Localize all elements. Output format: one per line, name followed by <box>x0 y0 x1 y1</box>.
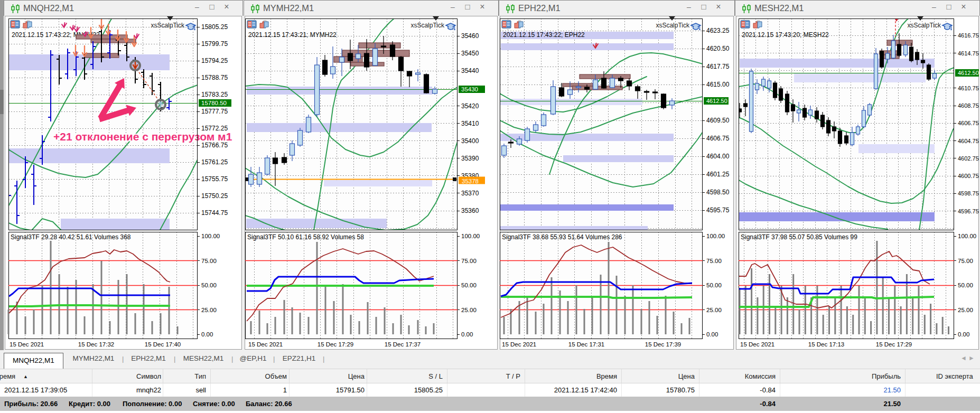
svg-text:35430: 35430 <box>461 86 478 92</box>
svg-text:4600.75: 4600.75 <box>958 173 979 179</box>
svg-text:35420: 35420 <box>461 102 479 110</box>
svg-text:35460: 35460 <box>461 32 479 40</box>
svg-text:4608.75: 4608.75 <box>958 102 979 109</box>
svg-text:15 Dec 2021: 15 Dec 2021 <box>740 341 774 348</box>
svg-text:4609.50: 4609.50 <box>706 117 730 124</box>
svg-text:15799.75: 15799.75 <box>201 40 228 48</box>
svg-text:4616.75: 4616.75 <box>958 32 979 39</box>
svg-text:50.00: 50.00 <box>461 282 477 288</box>
svg-text:15 Dec 2021: 15 Dec 2021 <box>10 341 44 348</box>
svg-text:xsScalpTick: xsScalpTick <box>151 22 185 29</box>
svg-text:35390: 35390 <box>461 155 479 162</box>
svg-text:4595.75: 4595.75 <box>706 207 730 214</box>
svg-text:15772.25: 15772.25 <box>201 125 228 132</box>
svg-text:Signal3TF 38.68 55.93 51.64 Vo: Signal3TF 38.68 55.93 51.64 Volumes 286 <box>502 233 622 241</box>
svg-text:+21 отклонение с перегрузом м1: +21 отклонение с перегрузом м1 <box>53 130 232 143</box>
svg-text:15 Dec 17:13: 15 Dec 17:13 <box>808 341 844 348</box>
svg-text:15 Dec 17:39: 15 Dec 17:39 <box>645 341 681 348</box>
svg-text:15 Dec 17:40: 15 Dec 17:40 <box>145 341 181 348</box>
svg-text:4596.75: 4596.75 <box>958 208 979 214</box>
svg-text:2021.12.15 17:43:22; EPH22: 2021.12.15 17:43:22; EPH22 <box>503 31 585 39</box>
svg-text:4612.50: 4612.50 <box>706 98 727 104</box>
svg-text:15805.25: 15805.25 <box>201 23 228 31</box>
svg-text:75.00: 75.00 <box>461 258 477 264</box>
svg-text:15761.25: 15761.25 <box>201 158 228 166</box>
svg-text:100.00: 100.00 <box>958 233 976 239</box>
svg-text:25.00: 25.00 <box>461 307 477 313</box>
svg-text:75.00: 75.00 <box>706 258 722 264</box>
svg-text:0.00: 0.00 <box>201 331 213 337</box>
svg-text:4598.75: 4598.75 <box>958 190 979 196</box>
svg-text:15 Dec 17:31: 15 Dec 17:31 <box>568 341 604 348</box>
svg-text:4617.75: 4617.75 <box>706 63 730 70</box>
svg-text:2021.12.15 17:43:20; MESH22: 2021.12.15 17:43:20; MESH22 <box>742 31 829 39</box>
svg-text:15780.50: 15780.50 <box>201 100 227 106</box>
svg-text:15 Dec 17:37: 15 Dec 17:37 <box>385 341 421 348</box>
svg-text:0.00: 0.00 <box>706 331 718 337</box>
svg-text:15766.75: 15766.75 <box>201 142 228 149</box>
svg-text:xsScalpTick: xsScalpTick <box>656 22 690 29</box>
svg-text:25.00: 25.00 <box>958 307 973 313</box>
svg-text:50.00: 50.00 <box>958 282 973 288</box>
svg-text:2021.12.15 17:43:21; MYMH22: 2021.12.15 17:43:21; MYMH22 <box>248 31 337 39</box>
svg-text:15 Dec 17:29: 15 Dec 17:29 <box>876 341 912 348</box>
svg-text:15 Dec 2021: 15 Dec 2021 <box>248 341 283 348</box>
svg-text:100.00: 100.00 <box>706 233 725 239</box>
svg-text:15794.25: 15794.25 <box>201 57 228 64</box>
svg-text:4620.50: 4620.50 <box>706 45 730 52</box>
svg-text:4601.25: 4601.25 <box>706 171 730 178</box>
svg-text:Signal3TF 29.28 40.42 51.61 Vo: Signal3TF 29.28 40.42 51.61 Volumes 368 <box>11 233 131 241</box>
svg-text:Signal3TF 50.10 61.16 58.92 Vo: Signal3TF 50.10 61.16 58.92 Volumes 58 <box>247 233 364 241</box>
svg-text:15 Dec 17:29: 15 Dec 17:29 <box>318 341 353 348</box>
svg-text:35410: 35410 <box>461 120 479 127</box>
svg-text:0.00: 0.00 <box>461 331 473 337</box>
svg-text:4615.00: 4615.00 <box>706 81 730 88</box>
svg-text:4606.75: 4606.75 <box>958 120 979 126</box>
svg-text:15788.75: 15788.75 <box>201 74 228 81</box>
svg-text:35360: 35360 <box>461 207 479 214</box>
svg-text:4604.00: 4604.00 <box>706 153 730 160</box>
svg-text:25.00: 25.00 <box>706 307 722 313</box>
svg-text:15744.75: 15744.75 <box>201 209 228 217</box>
svg-text:4602.75: 4602.75 <box>958 155 979 162</box>
svg-text:xsScalpTick: xsScalpTick <box>410 22 445 29</box>
svg-text:35400: 35400 <box>461 137 479 145</box>
svg-text:4614.75: 4614.75 <box>958 50 979 57</box>
svg-text:4612.50: 4612.50 <box>958 70 979 76</box>
svg-text:35370: 35370 <box>461 190 479 197</box>
svg-text:15783.25: 15783.25 <box>201 91 228 98</box>
svg-text:15 Dec 2021: 15 Dec 2021 <box>502 341 536 348</box>
svg-text:75.00: 75.00 <box>958 258 973 264</box>
svg-text:xsScalpTick: xsScalpTick <box>907 22 941 29</box>
svg-text:4604.75: 4604.75 <box>958 138 979 144</box>
svg-text:35378: 35378 <box>462 178 479 184</box>
svg-text:100.00: 100.00 <box>201 233 220 239</box>
svg-text:4606.75: 4606.75 <box>706 135 730 142</box>
svg-text:4598.50: 4598.50 <box>706 189 730 196</box>
svg-text:50.00: 50.00 <box>706 282 722 288</box>
svg-text:15777.75: 15777.75 <box>201 108 228 115</box>
svg-text:0.00: 0.00 <box>958 331 969 337</box>
svg-text:4623.25: 4623.25 <box>706 27 730 34</box>
svg-text:15750.25: 15750.25 <box>201 192 228 200</box>
svg-text:35450: 35450 <box>461 50 479 57</box>
svg-text:35440: 35440 <box>461 67 479 74</box>
svg-text:75.00: 75.00 <box>201 258 217 264</box>
svg-text:15755.75: 15755.75 <box>201 175 228 183</box>
svg-text:Signal3TF 37.98 55.07 50.85 Vo: Signal3TF 37.98 55.07 50.85 Volumes 99 <box>741 233 857 241</box>
svg-text:25.00: 25.00 <box>201 307 217 313</box>
svg-text:50.00: 50.00 <box>201 282 217 288</box>
svg-text:100.00: 100.00 <box>461 233 480 239</box>
svg-text:4610.75: 4610.75 <box>958 85 979 91</box>
svg-text:15 Dec 17:32: 15 Dec 17:32 <box>78 341 114 348</box>
